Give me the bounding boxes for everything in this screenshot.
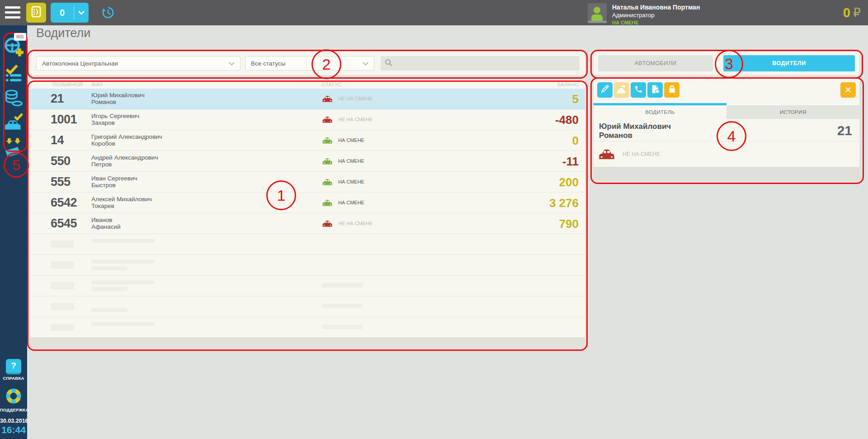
driver-name: Григорий АлександровичКоробов xyxy=(91,133,162,147)
help-icon: ? xyxy=(6,359,21,374)
table-row[interactable]: 6545 ИвановАфанасий НЕ НА СМЕНЕ 790 xyxy=(30,213,585,234)
balance-indicator[interactable]: 0 ₽ xyxy=(843,0,861,25)
entity-toggle-bar: АВТОМОБИЛИ ВОДИТЕЛИ xyxy=(594,52,859,75)
driver-balance: 3 276 xyxy=(549,196,579,210)
fleet-select[interactable]: Автоколонна Центральная xyxy=(36,56,241,71)
table-row-faded xyxy=(30,276,585,297)
phone-icon xyxy=(634,85,643,95)
table-row-faded xyxy=(30,297,585,317)
taxi-check-icon xyxy=(4,113,24,134)
assign-car-button[interactable] xyxy=(614,82,629,98)
driver-name: ИвановАфанасий xyxy=(91,217,121,230)
table-footer-strip xyxy=(30,337,585,347)
driver-status: НЕ НА СМЕНЕ xyxy=(322,213,373,233)
current-date: 30.03.2016 xyxy=(0,418,27,424)
chevron-down-icon[interactable] xyxy=(74,11,89,15)
status-select[interactable]: Все статусы xyxy=(245,56,374,71)
drivers-table: ПОЗЫВНОЙ ФИО СТАТУС БАЛАНС 21 Юрий Михай… xyxy=(30,80,585,347)
table-row[interactable]: 1001 Игорь СергеевичЗахаров НЕ НА СМЕНЕ … xyxy=(30,109,585,130)
document-wallet-icon xyxy=(651,85,660,96)
sidebar-item-help[interactable]: ? СПРАВКА xyxy=(0,359,27,381)
car-status-icon xyxy=(322,116,333,123)
table-row[interactable]: 21 Юрий МихайловичРоманов НЕ НА СМЕНЕ 5 xyxy=(30,89,585,109)
history-clock-icon xyxy=(101,13,115,21)
money-transfer-icon xyxy=(4,137,24,158)
table-row[interactable]: 14 Григорий АлександровичКоробов НА СМЕН… xyxy=(30,130,585,151)
driver-name: Иван СергеевичБыстров xyxy=(91,175,137,189)
driver-status: НА СМЕНЕ xyxy=(322,193,364,212)
driver-balance: 790 xyxy=(559,217,579,231)
driver-callsign: 6542 xyxy=(51,196,77,210)
car-status-icon xyxy=(322,137,333,144)
user-shift-status: НА СМЕНЕ xyxy=(612,20,700,25)
coins-icon xyxy=(4,89,24,109)
driver-callsign: 21 xyxy=(51,92,64,106)
sidebar-item-cars-approval[interactable] xyxy=(0,113,27,134)
help-label: СПРАВКА xyxy=(0,376,27,381)
lock-button[interactable] xyxy=(664,82,679,98)
search-input[interactable] xyxy=(396,60,580,67)
lifebuoy-icon xyxy=(5,398,22,406)
sidebar-item-payments[interactable] xyxy=(0,137,27,158)
tab-driver-history[interactable]: ИСТОРИЯ xyxy=(726,105,859,119)
chevron-down-icon xyxy=(229,60,235,67)
col-header-status: СТАТУС xyxy=(322,82,342,87)
sidebar-item-orders-list[interactable] xyxy=(0,64,27,84)
driver-callsign: 6545 xyxy=(51,217,77,231)
sidebar-item-finance[interactable] xyxy=(0,89,27,109)
hamburger-menu-button[interactable] xyxy=(5,6,20,19)
detail-driver-status: НЕ НА СМЕНЕ xyxy=(598,142,660,167)
invoice-button[interactable] xyxy=(647,82,663,98)
driver-balance: 0 xyxy=(572,134,579,148)
car-status-icon xyxy=(322,220,333,227)
driver-detail-panel: ✕ ВОДИТЕЛЬ ИСТОРИЯ Юрий МихайловичРомано… xyxy=(594,79,859,180)
current-user-block[interactable]: Наталья Ивановна Портман Администратор Н… xyxy=(588,3,700,23)
topbar: 0 Наталья Ивановна Портман Администра xyxy=(0,0,868,25)
checklist-icon xyxy=(4,64,23,84)
driver-balance: -480 xyxy=(555,113,579,127)
search-icon xyxy=(385,59,392,68)
sidebar-item-support[interactable]: ПОДДЕРЖКА xyxy=(0,388,27,412)
ruble-sign: ₽ xyxy=(853,5,861,20)
sidebar: INS xyxy=(0,25,27,439)
filter-bar: Автоколонна Центральная Все статусы xyxy=(30,52,585,75)
tab-drivers[interactable]: ВОДИТЕЛИ xyxy=(723,55,855,71)
edit-button[interactable] xyxy=(597,82,613,98)
call-button[interactable] xyxy=(631,82,646,98)
table-row[interactable]: 6542 Алексей МихайловичТокарев НА СМЕНЕ … xyxy=(30,193,585,213)
driver-name: Алексей МихайловичТокарев xyxy=(91,196,152,209)
table-row[interactable]: 550 Андрей АлександровичПетров НА СМЕНЕ … xyxy=(30,151,585,172)
table-row-faded xyxy=(30,234,585,255)
queue-counter-split-button[interactable]: 0 xyxy=(51,3,89,23)
driver-name: Игорь СергеевичЗахаров xyxy=(91,113,139,126)
detail-driver-name: Юрий МихайловичРоманов xyxy=(599,122,671,140)
search-box[interactable] xyxy=(381,56,580,71)
app-window: 0 Наталья Ивановна Портман Администра xyxy=(0,0,868,439)
car-arrow-icon xyxy=(616,84,627,96)
driver-callsign: 555 xyxy=(51,175,71,189)
driver-name: Андрей АлександровичПетров xyxy=(91,154,158,168)
current-time: 16:44 xyxy=(0,425,27,434)
close-panel-button[interactable]: ✕ xyxy=(840,82,856,98)
pencil-icon xyxy=(600,85,609,95)
support-label: ПОДДЕРЖКА xyxy=(0,407,27,412)
tab-cars[interactable]: АВТОМОБИЛИ xyxy=(598,55,713,71)
car-status-icon xyxy=(322,95,333,102)
driver-status: НА СМЕНЕ xyxy=(322,151,364,171)
driver-status: НЕ НА СМЕНЕ xyxy=(322,109,373,129)
driver-balance: 5 xyxy=(572,92,579,106)
phonebook-button[interactable] xyxy=(26,3,46,23)
driver-status: НА СМЕНЕ xyxy=(322,172,364,192)
fleet-select-value: Автоколонна Центральная xyxy=(42,60,229,67)
phonebook-icon xyxy=(30,5,42,20)
ins-hotkey-badge: INS xyxy=(14,33,26,41)
close-icon: ✕ xyxy=(844,85,851,95)
table-row-faded xyxy=(30,317,585,338)
table-row-faded xyxy=(30,255,585,276)
tab-driver-details[interactable]: ВОДИТЕЛЬ xyxy=(594,105,726,119)
car-status-icon xyxy=(322,179,333,185)
history-button[interactable] xyxy=(101,6,115,19)
queue-counter-value: 0 xyxy=(51,8,74,18)
driver-callsign: 1001 xyxy=(51,113,77,127)
table-row[interactable]: 555 Иван СергеевичБыстров НА СМЕНЕ 200 xyxy=(30,172,585,193)
